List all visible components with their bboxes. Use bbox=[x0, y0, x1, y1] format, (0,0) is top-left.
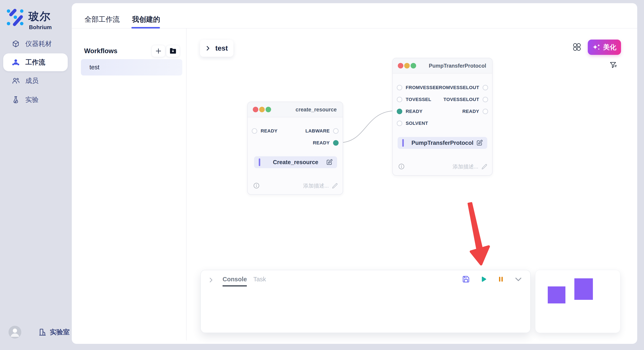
node-footer: 添加描述... bbox=[253, 181, 338, 190]
port-label: READY bbox=[462, 109, 479, 114]
active-tab-underline bbox=[132, 27, 160, 28]
sidebar-item-label: 成员 bbox=[25, 76, 38, 85]
port-input-tovessel[interactable]: TOVESSEL bbox=[397, 97, 435, 103]
tab-console[interactable]: Console bbox=[222, 276, 247, 286]
node-action-label: Create_resource bbox=[273, 159, 318, 166]
minimap-node-create-resource bbox=[548, 286, 566, 303]
node-title: create_resource bbox=[296, 107, 337, 113]
console-actions bbox=[462, 275, 522, 283]
breadcrumb-label: test bbox=[215, 44, 228, 52]
info-icon[interactable] bbox=[253, 182, 260, 189]
tab-all-workflows[interactable]: 全部工作流 bbox=[84, 15, 120, 24]
minimap[interactable] bbox=[535, 270, 620, 333]
port-pin[interactable] bbox=[397, 85, 402, 90]
sidebar-item-experiments[interactable]: 实验 bbox=[3, 91, 68, 109]
traffic-green-dot bbox=[410, 63, 416, 68]
run-icon[interactable] bbox=[480, 275, 487, 283]
port-input-solvent[interactable]: SOLVENT bbox=[397, 120, 432, 126]
plus-icon bbox=[155, 47, 162, 55]
package-icon bbox=[12, 40, 20, 48]
node-create-resource[interactable]: create_resource READY LABWARE READY Crea… bbox=[247, 102, 343, 195]
folder-download-icon bbox=[169, 48, 177, 54]
port-label: SOLVENT bbox=[406, 121, 428, 126]
sidebar-item-instruments[interactable]: 仪器耗材 bbox=[3, 35, 68, 53]
port-input-ready[interactable]: READY bbox=[397, 108, 426, 114]
port-pin[interactable] bbox=[252, 128, 257, 134]
sidebar: 玻尔 Bohrium 仪器耗材 工作流 bbox=[0, 0, 72, 350]
sidebar-footer: 实验室 bbox=[8, 326, 70, 339]
avatar[interactable] bbox=[8, 326, 21, 339]
port-label: READY bbox=[406, 109, 422, 114]
panel-divider bbox=[186, 28, 186, 341]
port-output-ready[interactable]: READY bbox=[310, 140, 338, 146]
bohrium-logo-icon bbox=[6, 8, 24, 27]
building-icon bbox=[38, 328, 46, 336]
experiment-icon bbox=[12, 96, 20, 104]
pencil-icon[interactable] bbox=[481, 164, 488, 170]
brand-title: 玻尔 bbox=[28, 9, 51, 24]
node-header: create_resource bbox=[248, 102, 343, 117]
canvas-breadcrumb[interactable]: test bbox=[200, 40, 234, 57]
collapse-chevron-icon[interactable] bbox=[514, 275, 522, 283]
sidebar-item-label: 实验 bbox=[25, 95, 38, 104]
members-icon bbox=[12, 77, 20, 85]
port-pin-connected[interactable] bbox=[397, 109, 402, 114]
port-label: READY bbox=[261, 128, 278, 134]
command-icon[interactable] bbox=[573, 43, 581, 51]
node-action-button[interactable]: PumpTransferProtocol bbox=[398, 137, 487, 149]
save-icon[interactable] bbox=[462, 275, 470, 283]
port-output-fromvesselout[interactable]: FROMVESSELOUT bbox=[432, 85, 488, 91]
port-output-ready[interactable]: READY bbox=[459, 108, 488, 114]
filter-icon[interactable] bbox=[610, 61, 617, 69]
edit-icon[interactable] bbox=[476, 140, 483, 146]
port-pin[interactable] bbox=[397, 121, 402, 126]
workflow-icon bbox=[12, 58, 20, 66]
port-label: TOVESSELOUT bbox=[444, 97, 479, 102]
tab-task[interactable]: Task bbox=[253, 276, 266, 285]
pause-icon[interactable] bbox=[497, 275, 505, 283]
accent-bar bbox=[259, 159, 260, 166]
port-pin[interactable] bbox=[333, 128, 338, 134]
node-pump-transfer-protocol[interactable]: PumpTransferProtocol FROMVESSEL TOVESSEL… bbox=[392, 58, 492, 176]
accent-bar bbox=[402, 139, 404, 147]
add-workflow-button[interactable] bbox=[152, 45, 165, 57]
workflows-panel-title: Workflows bbox=[84, 47, 117, 55]
port-pin-connected[interactable] bbox=[333, 140, 338, 146]
port-output-labware[interactable]: LABWARE bbox=[302, 128, 338, 134]
app-window: 玻尔 Bohrium 仪器耗材 工作流 bbox=[0, 0, 644, 350]
sidebar-item-label: 仪器耗材 bbox=[25, 39, 52, 48]
pencil-icon[interactable] bbox=[332, 183, 338, 189]
port-pin[interactable] bbox=[397, 97, 402, 102]
port-pin[interactable] bbox=[482, 109, 488, 114]
port-label: TOVESSEL bbox=[406, 97, 431, 102]
beautify-button[interactable]: 美化 bbox=[588, 39, 621, 55]
traffic-yellow-dot bbox=[259, 107, 265, 112]
info-icon[interactable] bbox=[398, 163, 405, 170]
edit-icon[interactable] bbox=[326, 159, 333, 166]
workspace-switcher[interactable]: 实验室 bbox=[38, 328, 70, 337]
traffic-red-dot bbox=[398, 63, 403, 68]
port-pin[interactable] bbox=[482, 85, 488, 90]
brand-subtitle: Bohrium bbox=[29, 24, 52, 31]
node-footer: 添加描述... bbox=[398, 162, 488, 171]
node-action-button[interactable]: Create_resource bbox=[254, 156, 337, 168]
sparkles-icon bbox=[592, 44, 600, 51]
import-workflow-button[interactable] bbox=[166, 45, 180, 57]
sidebar-item-label: 工作流 bbox=[25, 58, 45, 67]
port-input-ready[interactable]: READY bbox=[252, 128, 281, 134]
expand-chevron-icon[interactable] bbox=[208, 277, 214, 283]
beautify-label: 美化 bbox=[603, 43, 616, 52]
workflow-list-item-test[interactable]: test bbox=[81, 59, 182, 75]
workspace-name: 实验室 bbox=[50, 328, 70, 337]
console-panel: Console Task bbox=[200, 270, 531, 333]
node-action-label: PumpTransferProtocol bbox=[412, 140, 474, 146]
tab-created-by-me[interactable]: 我创建的 bbox=[132, 15, 160, 24]
description-placeholder[interactable]: 添加描述... bbox=[303, 182, 329, 189]
sidebar-item-members[interactable]: 成员 bbox=[3, 72, 68, 90]
description-placeholder[interactable]: 添加描述... bbox=[452, 163, 478, 170]
sidebar-item-workflows[interactable]: 工作流 bbox=[3, 53, 68, 71]
minimap-node-pump-transfer bbox=[574, 278, 593, 300]
port-pin[interactable] bbox=[482, 97, 488, 102]
port-output-tovesselout[interactable]: TOVESSELOUT bbox=[440, 97, 488, 103]
traffic-red-dot bbox=[253, 107, 258, 112]
